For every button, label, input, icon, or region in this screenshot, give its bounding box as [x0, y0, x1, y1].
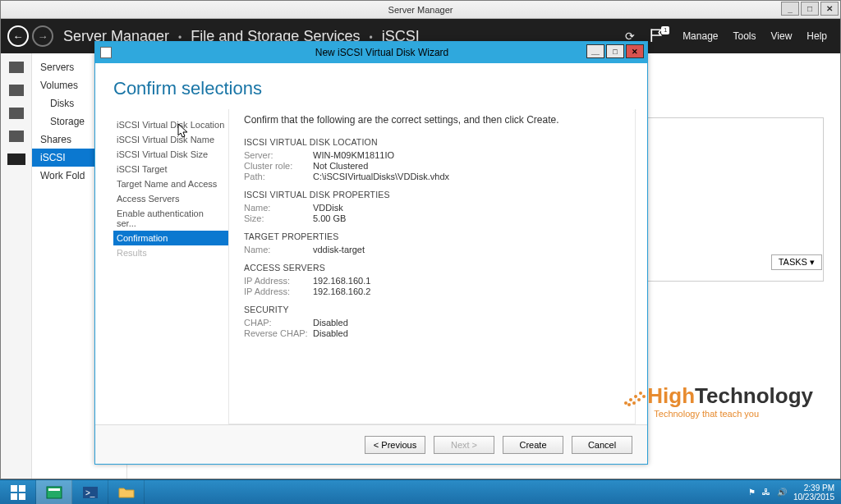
tray-flag-icon[interactable]: ⚑	[748, 488, 756, 497]
step-size[interactable]: iSCSI Virtual Disk Size	[113, 147, 228, 162]
kv-ip1: IP Address:192.168.160.1	[244, 276, 627, 286]
wizard-steps: iSCSI Virtual Disk Location iSCSI Virtua…	[113, 109, 228, 424]
kv-server: Server:WIN-M09KM1811IO	[244, 150, 627, 160]
sm-window-buttons: _ □ ✕	[779, 2, 839, 16]
forward-button[interactable]: →	[32, 25, 53, 47]
kv-cluster: Cluster role:Not Clustered	[244, 161, 627, 171]
next-button: Next >	[434, 436, 494, 454]
wizard-maximize-button[interactable]: □	[606, 44, 624, 58]
iconbar-item[interactable]	[9, 85, 24, 96]
wizard-minimize-button[interactable]: __	[586, 44, 604, 58]
taskbar-spacer	[145, 480, 742, 504]
powershell-icon: >_	[82, 486, 99, 499]
windows-icon	[11, 485, 25, 500]
sm-title: Server Manager	[388, 5, 453, 15]
section-security-title: SECURITY	[244, 305, 627, 314]
menu-help[interactable]: Help	[807, 30, 827, 42]
kv-path: Path:C:\iSCSIVirtualDisks\VDDisk.vhdx	[244, 172, 627, 181]
flag-badge: 1	[661, 26, 669, 34]
wizard-columns: iSCSI Virtual Disk Location iSCSI Virtua…	[95, 106, 647, 424]
step-confirmation[interactable]: Confirmation	[113, 231, 228, 245]
taskbar-clock[interactable]: 2:39 PM 10/23/2015	[793, 483, 834, 502]
wizard-close-button[interactable]: ✕	[626, 44, 644, 58]
close-button[interactable]: ✕	[820, 2, 839, 16]
menu-tools[interactable]: Tools	[733, 30, 756, 42]
step-location[interactable]: iSCSI Virtual Disk Location	[113, 117, 228, 132]
clock-time: 2:39 PM	[793, 483, 834, 493]
step-results: Results	[113, 245, 228, 260]
wizard-footer: < Previous Next > Create Cancel	[95, 424, 647, 464]
notifications-flag[interactable]: 1	[650, 28, 664, 45]
wizard-body: Confirm selections iSCSI Virtual Disk Lo…	[95, 63, 647, 424]
section-target-title: TARGET PROPERTIES	[244, 231, 627, 241]
svg-rect-0	[11, 485, 17, 492]
kv-size: Size:5.00 GB	[244, 213, 627, 223]
step-auth[interactable]: Enable authentication ser...	[113, 206, 228, 231]
create-button[interactable]: Create	[503, 436, 563, 454]
wizard-main-panel: Confirm that the following are the corre…	[228, 109, 636, 424]
back-button[interactable]: ←	[7, 25, 29, 47]
step-target[interactable]: iSCSI Target	[113, 162, 228, 176]
menu-view[interactable]: View	[771, 30, 793, 42]
start-button[interactable]	[0, 480, 36, 504]
tray-network-icon[interactable]: 🖧	[762, 488, 770, 497]
previous-button[interactable]: < Previous	[365, 436, 425, 454]
iconbar-item[interactable]	[9, 108, 24, 119]
svg-rect-2	[11, 493, 17, 500]
svg-rect-1	[19, 485, 25, 492]
iconbar-item[interactable]	[9, 62, 24, 73]
wizard-window-buttons: __ □ ✕	[586, 44, 644, 58]
sm-menu-bar: ⟳ 1 Manage Tools View Help	[625, 28, 827, 45]
sm-titlebar: Server Manager _ □ ✕	[1, 1, 840, 19]
taskbar-powershell[interactable]: >_	[72, 480, 108, 504]
system-tray[interactable]: ⚑ 🖧 🔊 2:39 PM 10/23/2015	[742, 480, 841, 504]
minimize-button[interactable]: _	[781, 2, 799, 16]
section-props-title: ISCSI VIRTUAL DISK PROPERTIES	[244, 190, 627, 199]
kv-target-name: Name:vddisk-target	[244, 245, 627, 254]
tray-volume-icon[interactable]: 🔊	[777, 488, 787, 497]
tasks-dropdown-wrap: TASKS	[771, 254, 822, 270]
iconbar-item-active[interactable]	[7, 153, 25, 165]
sm-iconbar	[1, 53, 32, 479]
svg-text:>_: >_	[85, 488, 95, 497]
kv-chap: CHAP:Disabled	[244, 318, 627, 328]
server-manager-icon	[46, 486, 62, 499]
svg-rect-3	[19, 493, 25, 500]
wizard-titlebar[interactable]: New iSCSI Virtual Disk Wizard __ □ ✕	[95, 42, 647, 63]
iscsi-wizard-dialog: New iSCSI Virtual Disk Wizard __ □ ✕ Con…	[94, 41, 648, 465]
wizard-heading: Confirm selections	[95, 63, 647, 106]
step-access[interactable]: Access Servers	[113, 191, 228, 206]
section-access-title: ACCESS SERVERS	[244, 263, 627, 273]
menu-manage[interactable]: Manage	[682, 30, 718, 42]
clock-date: 10/23/2015	[793, 493, 834, 502]
step-target-name[interactable]: Target Name and Access	[113, 176, 228, 191]
kv-name: Name:VDDisk	[244, 203, 627, 213]
wizard-instruction: Confirm that the following are the corre…	[244, 114, 627, 126]
wizard-title-icon	[100, 47, 112, 58]
taskbar: >_ ⚑ 🖧 🔊 2:39 PM 10/23/2015	[0, 479, 841, 504]
taskbar-explorer[interactable]	[108, 480, 145, 504]
maximize-button[interactable]: □	[801, 2, 819, 16]
nav-back-forward: ← →	[7, 25, 53, 47]
svg-rect-5	[48, 488, 60, 491]
section-location-title: ISCSI VIRTUAL DISK LOCATION	[244, 137, 627, 147]
step-name[interactable]: iSCSI Virtual Disk Name	[113, 132, 228, 147]
wizard-title: New iSCSI Virtual Disk Wizard	[117, 47, 647, 58]
kv-ip2: IP Address:192.168.160.2	[244, 286, 627, 296]
tasks-dropdown[interactable]: TASKS	[771, 254, 822, 270]
iconbar-item[interactable]	[9, 131, 24, 142]
folder-icon	[118, 486, 135, 499]
taskbar-server-manager[interactable]	[36, 480, 72, 504]
cancel-button[interactable]: Cancel	[572, 436, 632, 454]
kv-rchap: Reverse CHAP:Disabled	[244, 328, 627, 338]
